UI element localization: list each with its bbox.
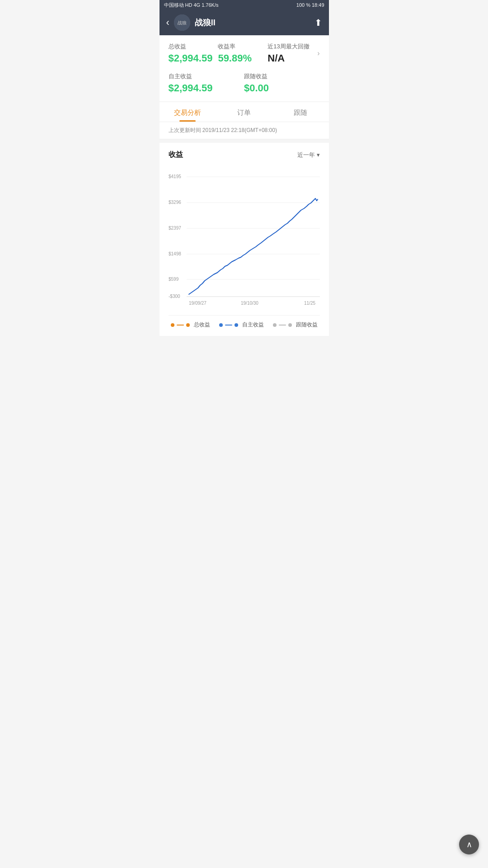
- legend-dot-blue: [219, 323, 223, 327]
- network: 4G: [193, 2, 200, 8]
- legend-dot2-blue: [235, 323, 238, 327]
- profit-line: [189, 198, 318, 294]
- svg-text:$1498: $1498: [169, 251, 181, 256]
- back-button[interactable]: ‹: [166, 17, 169, 28]
- legend-dot-orange: [171, 323, 174, 327]
- total-profit-item: 总收益 $2,994.59: [169, 42, 218, 64]
- tab-trading-analysis[interactable]: 交易分析: [160, 102, 216, 122]
- svg-text:19/09/27: 19/09/27: [189, 301, 206, 306]
- tab-follow[interactable]: 跟随: [272, 102, 329, 122]
- svg-text:11/25: 11/25: [304, 301, 315, 306]
- legend-follow-profit: 跟随收益: [273, 321, 318, 329]
- profit-rate-item: 收益率 59.89%: [218, 42, 267, 64]
- speed: 1.76K/s: [202, 2, 218, 8]
- time: 18:49: [312, 2, 324, 8]
- svg-text:19/10/30: 19/10/30: [241, 301, 258, 306]
- header: ‹ 战狼 战狼II ⬆: [160, 10, 329, 35]
- svg-text:战狼: 战狼: [178, 20, 187, 25]
- chevron-down-icon: ▾: [317, 151, 320, 158]
- chart-section: 收益 近一年 ▾ $4195 $3296 $2397 $1498 $599 -$…: [160, 143, 329, 336]
- chart-period-selector[interactable]: 近一年 ▾: [297, 151, 320, 159]
- arrow-right-icon[interactable]: ›: [317, 42, 319, 64]
- profit-chart: $4195 $3296 $2397 $1498 $599 -$300 19/09…: [169, 167, 320, 311]
- legend-total-profit: 总收益: [171, 321, 210, 329]
- svg-text:-$300: -$300: [169, 294, 180, 299]
- svg-text:$2397: $2397: [169, 226, 181, 231]
- max-drawdown-item: 近13周最大回撤 N/A: [267, 42, 317, 64]
- legend-self-profit-label: 自主收益: [242, 321, 264, 329]
- avatar: 战狼: [174, 14, 190, 31]
- stats-section: 总收益 $2,994.59 收益率 59.89% 近13周最大回撤 N/A › …: [160, 35, 329, 101]
- legend-follow-profit-label: 跟随收益: [296, 321, 318, 329]
- stats-row-1: 总收益 $2,994.59 收益率 59.89% 近13周最大回撤 N/A ›: [169, 42, 320, 64]
- battery: 100: [296, 2, 305, 8]
- legend-line-blue: [225, 325, 232, 326]
- chart-legend: 总收益 自主收益 跟随收益: [169, 315, 320, 336]
- update-time: 上次更新时间 2019/11/23 22:18(GMT+08:00): [160, 122, 329, 139]
- profit-rate-label: 收益率: [218, 42, 267, 51]
- tab-orders[interactable]: 订单: [216, 102, 272, 122]
- legend-self-profit: 自主收益: [219, 321, 264, 329]
- legend-dot2-orange: [186, 323, 190, 327]
- svg-text:$3296: $3296: [169, 200, 181, 205]
- stats-row-2: 自主收益 $2,994.59 跟随收益 $0.00: [169, 72, 320, 94]
- status-right: 100% 18:49: [296, 2, 324, 8]
- page-title: 战狼II: [195, 17, 314, 28]
- total-profit-label: 总收益: [169, 42, 218, 51]
- self-profit-value: $2,994.59: [169, 82, 244, 94]
- self-profit-item: 自主收益 $2,994.59: [169, 72, 244, 94]
- total-profit-value: $2,994.59: [169, 52, 218, 64]
- chart-title: 收益: [169, 150, 183, 160]
- carrier: 中国移动 HD: [164, 2, 192, 9]
- chart-header: 收益 近一年 ▾: [169, 150, 320, 160]
- max-drawdown-value: N/A: [267, 52, 317, 64]
- chart-container: $4195 $3296 $2397 $1498 $599 -$300 19/09…: [169, 167, 320, 311]
- self-profit-label: 自主收益: [169, 72, 244, 80]
- svg-text:$4195: $4195: [169, 174, 181, 179]
- profit-rate-value: 59.89%: [218, 52, 267, 64]
- legend-dot2-gray: [288, 323, 292, 327]
- tabs: 交易分析 订单 跟随: [160, 102, 329, 122]
- status-left: 中国移动 HD 4G 1.76K/s: [164, 2, 219, 9]
- legend-line-gray: [279, 325, 286, 326]
- svg-text:$599: $599: [169, 277, 179, 282]
- status-bar: 中国移动 HD 4G 1.76K/s 100% 18:49: [160, 0, 329, 10]
- max-drawdown-label: 近13周最大回撤: [267, 42, 317, 51]
- share-button[interactable]: ⬆: [314, 17, 322, 28]
- follow-profit-item: 跟随收益 $0.00: [244, 72, 320, 94]
- legend-line-orange: [177, 325, 184, 326]
- follow-profit-value: $0.00: [244, 82, 320, 94]
- legend-dot-gray: [273, 323, 277, 327]
- follow-profit-label: 跟随收益: [244, 72, 320, 80]
- legend-total-profit-label: 总收益: [194, 321, 210, 329]
